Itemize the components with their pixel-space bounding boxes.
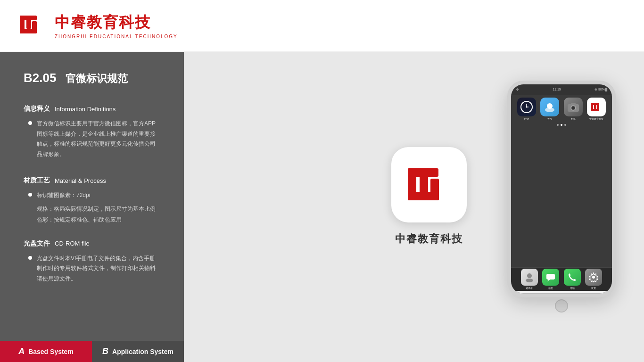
phone-icon bbox=[564, 269, 581, 286]
bullet-dot bbox=[28, 193, 32, 197]
dock-contacts: 通讯录 bbox=[521, 269, 538, 289]
phone-app-weather: 天气 bbox=[540, 98, 559, 120]
tab-b-label: Application System bbox=[112, 348, 173, 355]
section3-bullet1: 光盘文件时本VI手册电子文件的集合，内含手册制作时的专用软件格式文件，制作打印相… bbox=[28, 254, 160, 284]
section1-bullet1: 官方微信标识主要用于官方微信图标，官方APP图标等线上媒介，是企业线上推广渠道的… bbox=[28, 119, 160, 159]
section2-content: 标识辅图像素：72dpi 规格：格局实际情况制定，图示尺寸为基本比例 色彩：按规… bbox=[24, 190, 160, 225]
app-icon-section: 中睿教育科技 bbox=[391, 147, 467, 246]
phone-call-label: 电话 bbox=[570, 287, 575, 289]
phone-body: 令 11:19 ⊕ 80%▓ bbox=[507, 81, 616, 297]
svg-point-13 bbox=[526, 106, 527, 107]
dock-phone: 电话 bbox=[564, 269, 581, 289]
content-area: 中睿教育科技 令 11:19 ⊕ 80%▓ bbox=[184, 52, 644, 341]
brand-icon bbox=[587, 98, 606, 116]
svg-marker-28 bbox=[547, 280, 550, 281]
section1-title: 信息释义 Information Definitions bbox=[24, 105, 160, 113]
contacts-label: 通讯录 bbox=[526, 287, 533, 289]
section3-content: 光盘文件时本VI手册电子文件的集合，内含手册制作时的专用软件格式文件，制作打印相… bbox=[24, 254, 160, 284]
clock-label: 时钟 bbox=[524, 117, 529, 120]
section2-sub1: 规格：格局实际情况制定，图示尺寸为基本比例 bbox=[28, 204, 160, 214]
section2-title-zh: 材质工艺 bbox=[24, 176, 50, 185]
weather-label: 天气 bbox=[547, 117, 552, 120]
main-content: B2.05 官微标识规范 信息释义 Information Definition… bbox=[0, 52, 644, 341]
settings-label: 设置 bbox=[591, 287, 596, 289]
phone-dock: 通讯录 信息 bbox=[511, 267, 612, 291]
section-info: 信息释义 Information Definitions 官方微信标识主要用于官… bbox=[24, 105, 160, 162]
section1-title-en: Information Definitions bbox=[55, 106, 116, 113]
phone-signal-left: 令 bbox=[516, 87, 519, 92]
page-code: B2.05 bbox=[24, 71, 56, 85]
sidebar: B2.05 官微标识规范 信息释义 Information Definition… bbox=[0, 52, 184, 341]
brand-app-label: 中睿教育科技 bbox=[589, 117, 603, 120]
section1-content: 官方微信标识主要用于官方微信图标，官方APP图标等线上媒介，是企业线上推广渠道的… bbox=[24, 119, 160, 159]
footer-left: A Based System B Application System bbox=[0, 341, 184, 362]
section2-sub2: 色彩：按规定标准色、辅助色应用 bbox=[28, 214, 160, 225]
messages-icon bbox=[542, 269, 559, 286]
svg-point-29 bbox=[592, 276, 595, 279]
dock-messages: 信息 bbox=[542, 269, 559, 289]
settings-icon bbox=[585, 269, 602, 286]
header: 中睿教育科技 ZHONGRUI EDUCATIONAL TECHNOLOGY bbox=[0, 0, 644, 52]
section1-title-zh: 信息释义 bbox=[24, 105, 50, 113]
phone-app-camera: 相机 bbox=[564, 98, 583, 120]
footer-tab-a[interactable]: A Based System bbox=[0, 341, 92, 362]
svg-rect-27 bbox=[546, 274, 555, 280]
logo-icon bbox=[19, 12, 47, 40]
section-cdrom: 光盘文件 CD-ROM file 光盘文件时本VI手册电子文件的集合，内含手册制… bbox=[24, 239, 160, 287]
tab-a-letter: A bbox=[18, 346, 25, 356]
clock-icon bbox=[517, 98, 536, 116]
section2-title: 材质工艺 Material & Process bbox=[24, 176, 160, 185]
section2-title-en: Material & Process bbox=[55, 177, 106, 184]
page-title: B2.05 官微标识规范 bbox=[24, 71, 160, 86]
page-name: 官微标识规范 bbox=[66, 72, 128, 86]
svg-rect-9 bbox=[408, 192, 439, 200]
footer-right bbox=[184, 341, 644, 362]
bullet-dot bbox=[28, 121, 32, 125]
svg-rect-7 bbox=[420, 168, 428, 193]
tab-a-label: Based System bbox=[28, 348, 74, 355]
svg-point-18 bbox=[572, 107, 575, 109]
svg-point-15 bbox=[545, 107, 554, 112]
logo-container: 中睿教育科技 ZHONGRUI EDUCATIONAL TECHNOLOGY bbox=[19, 12, 178, 40]
app-icon-display bbox=[391, 147, 467, 222]
camera-label: 相机 bbox=[571, 117, 576, 120]
svg-rect-24 bbox=[591, 109, 599, 111]
messages-label: 信息 bbox=[548, 287, 553, 289]
phone-side-button bbox=[615, 132, 616, 150]
dock-settings: 设置 bbox=[585, 269, 602, 289]
svg-rect-19 bbox=[571, 103, 576, 105]
weather-icon bbox=[540, 98, 559, 116]
phone-home-button bbox=[555, 299, 568, 313]
svg-rect-22 bbox=[594, 103, 596, 109]
bullet-dot bbox=[28, 256, 32, 260]
svg-rect-2 bbox=[26, 16, 31, 29]
section3-title: 光盘文件 CD-ROM file bbox=[24, 239, 160, 248]
phone-app-clock: 时钟 bbox=[517, 98, 536, 120]
phone-app-brand: 中睿教育科技 bbox=[587, 98, 606, 120]
app-icon-label: 中睿教育科技 bbox=[395, 232, 463, 246]
footer-tab-b[interactable]: B Application System bbox=[92, 341, 184, 362]
logo-chinese: 中睿教育科技 bbox=[55, 12, 178, 33]
phone-icons-row1: 时钟 天气 bbox=[515, 98, 608, 120]
phone-screen: 时钟 天气 bbox=[511, 95, 612, 267]
page-dots bbox=[515, 124, 608, 126]
svg-point-26 bbox=[526, 279, 533, 282]
phone-time: 11:19 bbox=[553, 88, 561, 91]
section2-bullet1: 标识辅图像素：72dpi bbox=[28, 190, 160, 201]
section3-title-zh: 光盘文件 bbox=[24, 239, 50, 248]
section-material: 材质工艺 Material & Process 标识辅图像素：72dpi 规格：… bbox=[24, 176, 160, 225]
section3-title-en: CD-ROM file bbox=[55, 240, 90, 247]
contacts-icon bbox=[521, 269, 538, 286]
svg-point-25 bbox=[527, 273, 532, 278]
svg-rect-4 bbox=[20, 29, 37, 33]
phone-mockup: 令 11:19 ⊕ 80%▓ bbox=[507, 81, 616, 313]
phone-home-area bbox=[507, 299, 616, 313]
tab-b-letter: B bbox=[102, 346, 108, 356]
phone-battery: ⊕ 80%▓ bbox=[594, 88, 607, 91]
logo-text: 中睿教育科技 ZHONGRUI EDUCATIONAL TECHNOLOGY bbox=[55, 12, 178, 39]
logo-english: ZHONGRUI EDUCATIONAL TECHNOLOGY bbox=[55, 34, 178, 39]
footer: A Based System B Application System bbox=[0, 341, 644, 362]
camera-icon bbox=[564, 98, 583, 116]
